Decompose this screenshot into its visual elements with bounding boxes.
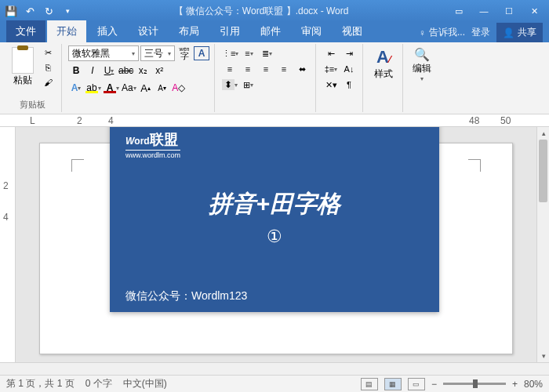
tab-layout[interactable]: 布局 bbox=[169, 20, 209, 42]
shrink-font-button[interactable]: A▾ bbox=[155, 80, 170, 96]
tab-insert[interactable]: 插入 bbox=[88, 20, 127, 42]
tell-me-input[interactable]: ♀告诉我... bbox=[419, 26, 465, 39]
copy-icon[interactable]: ⎘ bbox=[39, 60, 56, 74]
subscript-button[interactable]: x₂ bbox=[135, 63, 151, 78]
group-clipboard-label: 剪贴板 bbox=[8, 97, 56, 111]
zoom-in-button[interactable]: + bbox=[512, 379, 518, 390]
chevron-down-icon: ▾ bbox=[168, 50, 171, 57]
font-name-select[interactable]: 微软雅黑▾ bbox=[68, 45, 139, 61]
show-marks-button[interactable]: ✕▾ bbox=[322, 77, 340, 93]
redo-icon[interactable]: ↻ bbox=[41, 3, 56, 19]
margin-corner bbox=[468, 159, 481, 172]
chevron-down-icon: ▾ bbox=[132, 50, 135, 57]
clear-format-button[interactable]: A◇ bbox=[171, 80, 187, 96]
bold-button[interactable]: B bbox=[68, 63, 84, 78]
align-left-button[interactable]: ≡ bbox=[221, 61, 238, 77]
bullets-button[interactable]: ⋮≡▾ bbox=[221, 45, 239, 61]
bulb-icon: ♀ bbox=[419, 27, 426, 38]
tab-view[interactable]: 视图 bbox=[333, 20, 372, 42]
view-web-icon[interactable]: ▭ bbox=[408, 378, 425, 390]
logo-text: Word bbox=[125, 136, 150, 147]
decrease-indent-button[interactable]: ⇤ bbox=[322, 45, 340, 61]
undo-icon[interactable]: ↶ bbox=[22, 3, 38, 19]
zoom-out-button[interactable]: − bbox=[431, 379, 437, 390]
scroll-down-icon[interactable]: ▾ bbox=[537, 350, 549, 362]
paste-button[interactable]: 粘贴 bbox=[8, 45, 38, 89]
align-center-button[interactable]: ≡ bbox=[239, 61, 256, 77]
font-size-select[interactable]: 三号▾ bbox=[140, 45, 175, 61]
font-color-button[interactable]: A▾ bbox=[103, 80, 120, 96]
ruler-vertical[interactable]: 2 4 bbox=[0, 127, 16, 362]
multilevel-button[interactable]: ≣▾ bbox=[258, 45, 275, 61]
scroll-thumb[interactable] bbox=[539, 140, 547, 202]
find-icon: 🔍 bbox=[414, 47, 430, 62]
line-spacing-button[interactable]: ‡≡▾ bbox=[322, 61, 340, 77]
distribute-button[interactable]: ⬌ bbox=[293, 61, 311, 77]
tab-design[interactable]: 设计 bbox=[129, 20, 168, 42]
increase-indent-button[interactable]: ⇥ bbox=[340, 45, 358, 61]
superscript-button[interactable]: x² bbox=[151, 63, 167, 78]
status-words[interactable]: 0 个字 bbox=[85, 377, 112, 390]
view-read-icon[interactable]: ▤ bbox=[361, 378, 378, 390]
logo-url: www.wordlm.com bbox=[125, 150, 180, 159]
scrollbar-vertical[interactable]: ▴ ▾ bbox=[536, 127, 549, 362]
tab-home[interactable]: 开始 bbox=[47, 20, 86, 42]
phonetic-guide-button[interactable]: wén字 bbox=[176, 45, 192, 61]
clipboard-icon bbox=[12, 47, 34, 74]
minimize-icon[interactable]: — bbox=[472, 3, 496, 19]
save-icon[interactable]: 💾 bbox=[3, 3, 19, 19]
scrollbar-horizontal[interactable] bbox=[0, 362, 549, 375]
sort-button[interactable]: A↓ bbox=[340, 61, 358, 77]
view-print-icon[interactable]: ▦ bbox=[384, 378, 402, 390]
styles-icon: A⁄ bbox=[376, 47, 391, 67]
overlay-title: 拼音+田字格 bbox=[125, 188, 424, 220]
login-link[interactable]: 登录 bbox=[471, 26, 490, 39]
overlay-footer: 微信公众号：Wordlm123 bbox=[125, 289, 424, 303]
underline-button[interactable]: U▾ bbox=[101, 63, 117, 78]
qat-dropdown-icon[interactable]: ▾ bbox=[60, 3, 75, 19]
person-icon: 👤 bbox=[503, 27, 514, 38]
enclose-char-button[interactable]: A bbox=[194, 46, 209, 60]
paragraph-mark-button[interactable]: ¶ bbox=[340, 77, 358, 93]
borders-button[interactable]: ⊞▾ bbox=[239, 77, 256, 93]
margin-corner bbox=[71, 159, 84, 172]
zoom-slider[interactable] bbox=[443, 383, 506, 385]
maximize-icon[interactable]: ☐ bbox=[497, 3, 521, 19]
numbering-button[interactable]: ≡▾ bbox=[240, 45, 257, 61]
status-page[interactable]: 第 1 页，共 1 页 bbox=[6, 377, 75, 390]
grow-font-button[interactable]: A▴ bbox=[138, 80, 154, 96]
zoom-level[interactable]: 80% bbox=[524, 379, 543, 390]
ribbon-options-icon[interactable]: ▭ bbox=[447, 3, 471, 19]
cut-icon[interactable]: ✂ bbox=[39, 45, 56, 60]
share-button[interactable]: 👤共享 bbox=[496, 23, 543, 42]
change-case-button[interactable]: Aa▾ bbox=[121, 80, 137, 96]
highlight-button[interactable]: ab▾ bbox=[85, 80, 102, 96]
overlay-banner: WordWord联盟联盟 www.wordlm.com 拼音+田字格 ① 微信公… bbox=[110, 127, 439, 312]
chevron-down-icon: ▾ bbox=[420, 75, 424, 82]
justify-button[interactable]: ≡ bbox=[275, 61, 293, 77]
close-icon[interactable]: ✕ bbox=[522, 3, 546, 19]
window-title: 【 微信公众号：Word联盟 】.docx - Word bbox=[75, 5, 447, 18]
align-right-button[interactable]: ≡ bbox=[257, 61, 274, 77]
styles-button[interactable]: A⁄ 样式 bbox=[369, 45, 398, 82]
overlay-number: ① bbox=[125, 227, 424, 247]
italic-button[interactable]: I bbox=[85, 63, 100, 78]
editing-button[interactable]: 🔍 编辑 ▾ bbox=[409, 45, 434, 84]
ruler-horizontal[interactable]: L 2 4 48 50 bbox=[0, 114, 549, 127]
format-painter-icon[interactable]: 🖌 bbox=[39, 75, 56, 89]
text-effects-button[interactable]: A▾ bbox=[68, 80, 84, 96]
tab-mailings[interactable]: 邮件 bbox=[251, 20, 290, 42]
status-language[interactable]: 中文(中国) bbox=[123, 377, 167, 390]
tab-review[interactable]: 审阅 bbox=[292, 20, 331, 42]
scroll-up-icon[interactable]: ▴ bbox=[537, 127, 549, 140]
strike-button[interactable]: abc bbox=[118, 63, 134, 78]
zoom-thumb[interactable] bbox=[473, 379, 478, 388]
shading-button[interactable]: ⬍▾ bbox=[221, 77, 238, 93]
tab-references[interactable]: 引用 bbox=[210, 20, 249, 42]
tab-file[interactable]: 文件 bbox=[6, 20, 45, 42]
